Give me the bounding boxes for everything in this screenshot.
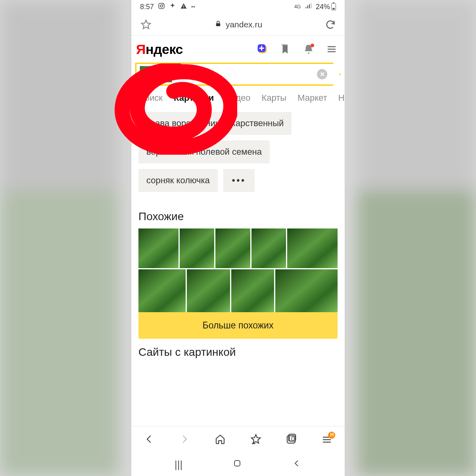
signal-icon bbox=[305, 2, 312, 12]
tab-video[interactable]: Видео bbox=[225, 93, 250, 103]
notifications-bell-icon[interactable] bbox=[303, 43, 315, 55]
browser-url-bar: yandex.ru bbox=[131, 13, 345, 36]
svg-text:10: 10 bbox=[288, 435, 295, 442]
notification-dot bbox=[311, 44, 314, 47]
search-tabs: Поиск Картинки Видео Карты Маркет Новост… bbox=[131, 86, 345, 108]
reload-icon[interactable] bbox=[325, 19, 336, 30]
similar-image[interactable] bbox=[251, 228, 286, 268]
sysnav-back-icon[interactable] bbox=[292, 459, 301, 471]
svg-point-2 bbox=[163, 4, 163, 4]
zen-plus-icon[interactable] bbox=[257, 43, 269, 55]
suggestion-chip[interactable]: трава воробейник лекарственный bbox=[138, 112, 292, 135]
similar-image[interactable] bbox=[275, 269, 338, 312]
more-dots-icon: •• bbox=[191, 4, 195, 10]
logo-ya: Я bbox=[136, 42, 146, 57]
similar-image[interactable] bbox=[138, 269, 186, 312]
url-display[interactable]: yandex.ru bbox=[215, 20, 262, 29]
battery-indicator: 24% bbox=[316, 3, 336, 11]
similar-image[interactable] bbox=[138, 228, 178, 268]
phone-frame: 8:57 •• 4G 24% bbox=[131, 0, 345, 476]
svg-rect-5 bbox=[216, 23, 221, 26]
android-system-nav: ||| bbox=[131, 453, 345, 476]
svg-point-1 bbox=[160, 5, 163, 7]
similar-image[interactable] bbox=[287, 228, 338, 268]
tab-images[interactable]: Картинки bbox=[174, 93, 214, 103]
instagram-icon bbox=[158, 2, 165, 12]
similar-images-grid bbox=[138, 228, 338, 312]
logo-rest: ндекс bbox=[146, 42, 183, 57]
nav-menu-badge: Н bbox=[330, 432, 334, 438]
nav-bookmarks-icon[interactable] bbox=[250, 433, 262, 447]
suggestion-chip[interactable]: воробейник полевой семена bbox=[138, 140, 270, 163]
yandex-header: Яндекс bbox=[131, 36, 345, 63]
nav-forward-icon bbox=[178, 433, 190, 447]
collections-icon[interactable] bbox=[280, 43, 292, 55]
network-4g-icon: 4G bbox=[294, 4, 301, 10]
image-search-box[interactable]: ✕ bbox=[135, 63, 341, 86]
sparkle-icon bbox=[169, 2, 176, 12]
battery-icon bbox=[331, 3, 336, 10]
tab-search[interactable]: Поиск bbox=[138, 93, 163, 103]
bookmark-star-icon[interactable] bbox=[140, 19, 152, 31]
url-host-text: yandex.ru bbox=[226, 20, 262, 29]
clear-search-icon[interactable]: ✕ bbox=[317, 69, 327, 79]
more-similar-button[interactable]: Больше похожих bbox=[138, 312, 338, 339]
nav-menu-icon[interactable]: Н bbox=[321, 433, 333, 447]
yandex-logo[interactable]: Яндекс bbox=[136, 42, 183, 57]
status-time: 8:57 bbox=[140, 3, 154, 11]
android-status-bar: 8:57 •• 4G 24% bbox=[131, 0, 345, 13]
similar-image[interactable] bbox=[231, 269, 274, 312]
similar-image[interactable] bbox=[180, 228, 215, 268]
svg-rect-4 bbox=[183, 7, 184, 8]
search-query-thumbnail[interactable] bbox=[140, 66, 172, 83]
similar-image[interactable] bbox=[215, 228, 250, 268]
suggestion-more-button[interactable]: ••• bbox=[223, 169, 255, 192]
browser-bottom-nav: 10 Н bbox=[131, 426, 345, 453]
tab-market[interactable]: Маркет bbox=[298, 93, 327, 103]
lock-icon bbox=[215, 20, 222, 29]
sysnav-recents-icon[interactable]: ||| bbox=[175, 459, 182, 471]
warning-icon bbox=[180, 2, 187, 12]
tab-maps[interactable]: Карты bbox=[261, 93, 286, 103]
svg-rect-3 bbox=[183, 5, 184, 7]
tab-news[interactable]: Новости bbox=[338, 93, 345, 103]
sites-heading: Сайты с картинкой bbox=[131, 339, 345, 364]
suggestion-chips: трава воробейник лекарственный воробейни… bbox=[131, 108, 345, 203]
similar-image[interactable] bbox=[187, 269, 230, 312]
nav-back-icon[interactable] bbox=[143, 433, 155, 447]
nav-home-icon[interactable] bbox=[214, 433, 226, 447]
battery-percent: 24% bbox=[316, 3, 330, 11]
sysnav-home-icon[interactable] bbox=[232, 459, 242, 471]
background-blur-left bbox=[0, 0, 119, 476]
hamburger-menu-icon[interactable] bbox=[326, 43, 338, 55]
suggestion-chip[interactable]: сорняк колючка bbox=[138, 169, 218, 192]
nav-tabs-icon[interactable]: 10 bbox=[285, 433, 297, 447]
similar-heading: Похожие bbox=[131, 203, 345, 228]
background-blur-right bbox=[357, 0, 476, 476]
svg-rect-11 bbox=[234, 461, 240, 466]
